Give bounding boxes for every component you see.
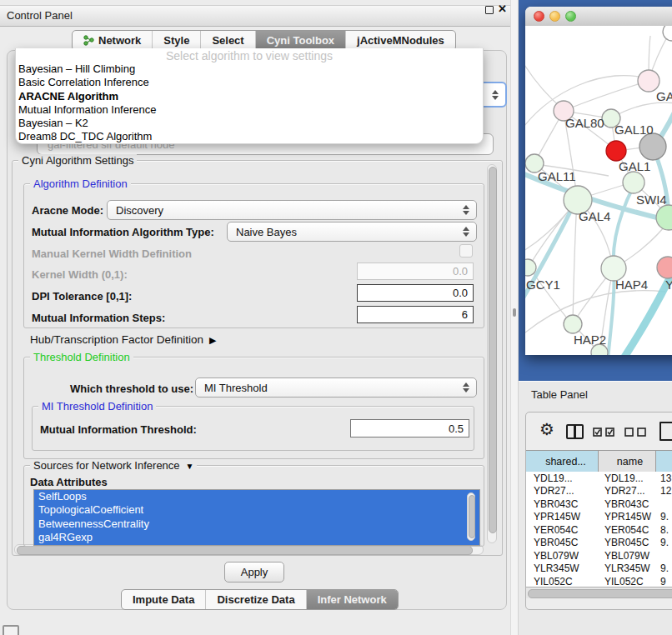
minimize-button[interactable] bbox=[549, 11, 560, 22]
settings-vscroll-thumb[interactable] bbox=[489, 167, 497, 533]
aracne-mode-combo[interactable]: Discovery bbox=[107, 200, 477, 220]
algorithm-option[interactable]: Basic Correlation Inference bbox=[16, 76, 483, 89]
network-node[interactable] bbox=[564, 315, 582, 333]
column-header[interactable] bbox=[656, 451, 672, 472]
table-row[interactable]: YBR045CYBR045C9. bbox=[526, 537, 672, 550]
node-label: Y bbox=[665, 278, 672, 292]
network-node[interactable] bbox=[639, 133, 666, 160]
algorithm-option[interactable]: Bayesian – Hill Climbing bbox=[16, 62, 483, 76]
minimized-panel-icon[interactable] bbox=[3, 625, 19, 635]
divider-collapse-handle[interactable] bbox=[513, 308, 516, 317]
network-node[interactable] bbox=[663, 26, 672, 41]
tab-discretize-data[interactable]: Discretize Data bbox=[206, 590, 306, 609]
algorithm-dropdown-list: Bayesian – Hill ClimbingBasic Correlatio… bbox=[16, 62, 483, 144]
close-button[interactable] bbox=[534, 11, 544, 22]
apply-button[interactable]: Apply bbox=[224, 562, 284, 582]
table-cell: YPR145W bbox=[599, 511, 656, 522]
column-header[interactable]: name bbox=[599, 451, 656, 472]
network-canvas[interactable]: GALGAL80GAL10GAL1GAL11SWI4GAL4GCY1HAP4YH… bbox=[525, 26, 672, 355]
node-label: GAL10 bbox=[614, 122, 654, 137]
column-header[interactable]: shared... bbox=[526, 451, 599, 472]
which-threshold-combo[interactable]: MI Threshold bbox=[195, 378, 477, 398]
manual-kernel-width-checkbox[interactable] bbox=[459, 244, 473, 258]
table-cell: 9. bbox=[656, 537, 672, 548]
split-columns-icon[interactable] bbox=[566, 424, 584, 439]
tab-jactivemnodules[interactable]: jActiveMNodules bbox=[346, 31, 455, 50]
network-node[interactable] bbox=[656, 205, 672, 230]
network-view-window: GALGAL80GAL10GAL1GAL11SWI4GAL4GCY1HAP4YH… bbox=[525, 7, 672, 355]
tab-infer-network[interactable]: Infer Network bbox=[307, 590, 398, 609]
kernel-width-label: Kernel Width (0,1): bbox=[32, 268, 128, 281]
table-panel: Table Panel ⚙ shared...name YDL19...YDL1… bbox=[519, 381, 672, 635]
table-cell: YLR345W bbox=[599, 562, 656, 574]
select-all-columns-icon[interactable] bbox=[593, 428, 616, 437]
data-attribute-item[interactable]: BetweennessCentrality bbox=[34, 518, 479, 531]
stepper-arrows-icon bbox=[463, 205, 469, 215]
node-label: GCY1 bbox=[526, 278, 560, 292]
table-row[interactable]: YIL052CYIL052C9 bbox=[526, 575, 672, 587]
table-panel-title: Table Panel bbox=[531, 388, 588, 401]
tab-impute-data[interactable]: Impute Data bbox=[122, 590, 206, 609]
node-label: HAP4 bbox=[615, 278, 648, 292]
panel-divider[interactable] bbox=[510, 0, 519, 635]
network-node[interactable] bbox=[525, 259, 536, 276]
table-header-row: shared...name bbox=[526, 450, 672, 472]
attribute-list-scrollbar[interactable] bbox=[467, 492, 475, 541]
network-nodes[interactable] bbox=[525, 26, 672, 355]
mi-algorithm-type-combo[interactable]: Naive Bayes bbox=[227, 222, 477, 242]
hub-definition-toggle[interactable]: Hub/Transcription Factor Definition▶ bbox=[30, 333, 217, 346]
gear-icon[interactable]: ⚙ bbox=[539, 421, 554, 438]
table-row[interactable]: YDR27...YDR27...12 bbox=[526, 485, 672, 498]
table-row[interactable]: YBL079WYBL079W bbox=[526, 549, 672, 562]
manual-kernel-width-label: Manual Kernel Width Definition bbox=[32, 248, 192, 260]
document-icon[interactable] bbox=[659, 422, 672, 441]
settings-vertical-scrollbar[interactable] bbox=[487, 164, 497, 543]
sources-toggle[interactable]: Sources for Network Inference▼ bbox=[30, 459, 197, 472]
table-cell: 9. bbox=[656, 562, 672, 574]
table-row[interactable]: YDL19...YDL19...13 bbox=[526, 472, 672, 485]
data-attribute-item[interactable]: TopologicalCoefficient bbox=[34, 503, 479, 517]
table-cell: 9. bbox=[656, 511, 672, 522]
settings-hscroll-thumb[interactable] bbox=[17, 546, 473, 555]
table-hscroll-thumb[interactable] bbox=[528, 589, 672, 598]
tab-select[interactable]: Select bbox=[201, 31, 255, 50]
kernel-width-input[interactable]: 0.0 bbox=[357, 262, 474, 280]
table-row[interactable]: YLR345WYLR345W9. bbox=[526, 562, 672, 576]
deselect-all-columns-icon[interactable] bbox=[624, 428, 648, 437]
mi-steps-input[interactable]: 6 bbox=[357, 306, 474, 323]
table-cell: YDR27... bbox=[526, 485, 599, 497]
mi-steps-label: Mutual Information Steps: bbox=[32, 312, 165, 324]
table-row[interactable]: YPR145WYPR145W9. bbox=[526, 511, 672, 524]
algorithm-option[interactable]: ARACNE Algorithm bbox=[16, 90, 483, 103]
table-cell: YER054C bbox=[599, 524, 656, 536]
dpi-tolerance-input[interactable]: 0.0 bbox=[357, 284, 474, 302]
close-window-icon[interactable]: ✕ bbox=[498, 2, 507, 15]
algorithm-option[interactable]: Bayesian – K2 bbox=[16, 117, 483, 130]
data-attribute-item[interactable]: SelfLoops bbox=[34, 490, 479, 503]
network-node[interactable] bbox=[606, 141, 626, 161]
stepper-arrows-icon bbox=[492, 90, 499, 100]
tab-cyni-toolbox[interactable]: Cyni Toolbox bbox=[256, 31, 346, 50]
table-row[interactable]: YBR043CYBR043C bbox=[526, 498, 672, 511]
threshold-definition-title: Threshold Definition bbox=[30, 351, 133, 363]
mi-threshold-input[interactable]: 0.5 bbox=[350, 419, 469, 438]
network-node[interactable] bbox=[623, 172, 644, 193]
network-window-titlebar[interactable] bbox=[525, 7, 672, 27]
attribute-list-scroll-thumb[interactable] bbox=[469, 495, 475, 538]
node-label: GAL11 bbox=[538, 169, 576, 183]
table-cell: YDL19... bbox=[526, 472, 599, 484]
algorithm-option[interactable]: Dream8 DC_TDC Algorithm bbox=[16, 130, 483, 143]
algorithm-dropdown-popup: Select algorithm to view settings Bayesi… bbox=[15, 48, 484, 144]
table-row[interactable]: YER054CYER054C8. bbox=[526, 523, 672, 537]
tab-network[interactable]: Network bbox=[73, 31, 153, 50]
data-attribute-item[interactable]: gal4RGexp bbox=[34, 531, 479, 544]
table-cell: YER054C bbox=[526, 524, 599, 536]
table-horizontal-scrollbar[interactable] bbox=[526, 587, 672, 598]
node-label: GAL1 bbox=[619, 159, 650, 173]
zoom-button[interactable] bbox=[565, 11, 576, 22]
tab-style[interactable]: Style bbox=[153, 31, 201, 50]
network-node[interactable] bbox=[657, 257, 672, 278]
float-window-icon[interactable] bbox=[485, 6, 494, 14]
network-desktop: GALGAL80GAL10GAL1GAL11SWI4GAL4GCY1HAP4YH… bbox=[519, 0, 672, 381]
algorithm-option[interactable]: Mutual Information Inference bbox=[16, 103, 483, 117]
